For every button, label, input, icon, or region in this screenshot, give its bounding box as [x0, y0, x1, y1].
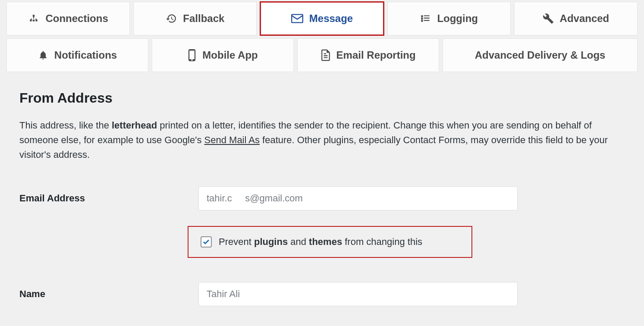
tab-email-reporting-label: Email Reporting: [336, 49, 416, 61]
tabs-row-1: Connections Fallback Message Logging Adv…: [6, 2, 638, 35]
name-label: Name: [19, 288, 198, 300]
email-address-input[interactable]: [198, 186, 518, 210]
tab-logging-label: Logging: [437, 13, 478, 25]
tab-connections-label: Connections: [45, 13, 108, 25]
tab-advanced-label: Advanced: [560, 13, 609, 25]
prevent-override-highlight: Prevent plugins and themes from changing…: [188, 226, 472, 258]
section-description: This address, like the letterhead printe…: [19, 118, 623, 162]
tab-notifications[interactable]: Notifications: [6, 38, 148, 72]
tab-fallback[interactable]: Fallback: [133, 2, 257, 35]
prevent-override-label[interactable]: Prevent plugins and themes from changing…: [219, 236, 422, 248]
tab-message-label: Message: [309, 13, 353, 25]
email-address-row: Email Address: [19, 186, 625, 210]
tab-email-reporting[interactable]: Email Reporting: [297, 38, 439, 72]
history-icon: [166, 13, 177, 24]
message-tab-content: From Address This address, like the lett…: [6, 75, 638, 306]
tab-connections[interactable]: Connections: [6, 2, 130, 35]
document-icon: [321, 49, 330, 61]
name-input[interactable]: [198, 282, 518, 306]
tab-mobile-app[interactable]: Mobile App: [152, 38, 294, 72]
mobile-icon: [188, 49, 196, 61]
tab-logging[interactable]: Logging: [387, 2, 511, 35]
tab-mobile-app-label: Mobile App: [202, 49, 258, 61]
check-icon: [202, 238, 210, 246]
send-mail-as-link[interactable]: Send Mail As: [204, 135, 260, 145]
tab-adv-delivery-label: Advanced Delivery & Logs: [475, 49, 606, 61]
list-icon: [420, 13, 431, 24]
email-address-label: Email Address: [19, 193, 198, 204]
section-title: From Address: [19, 90, 625, 106]
wrench-icon: [543, 13, 554, 24]
envelope-icon: [291, 14, 303, 23]
prevent-override-checkbox[interactable]: [201, 236, 212, 248]
tab-advanced[interactable]: Advanced: [514, 2, 638, 35]
bell-icon: [38, 50, 48, 61]
tabs-row-2: Notifications Mobile App Email Reporting…: [6, 38, 638, 72]
prevent-override-row: Prevent plugins and themes from changing…: [19, 226, 625, 258]
name-row: Name: [19, 282, 625, 306]
sitemap-icon: [28, 13, 39, 24]
tab-message[interactable]: Message: [260, 2, 383, 35]
tab-fallback-label: Fallback: [183, 13, 224, 25]
tab-adv-delivery[interactable]: Advanced Delivery & Logs: [443, 38, 638, 72]
tab-notifications-label: Notifications: [54, 49, 117, 61]
